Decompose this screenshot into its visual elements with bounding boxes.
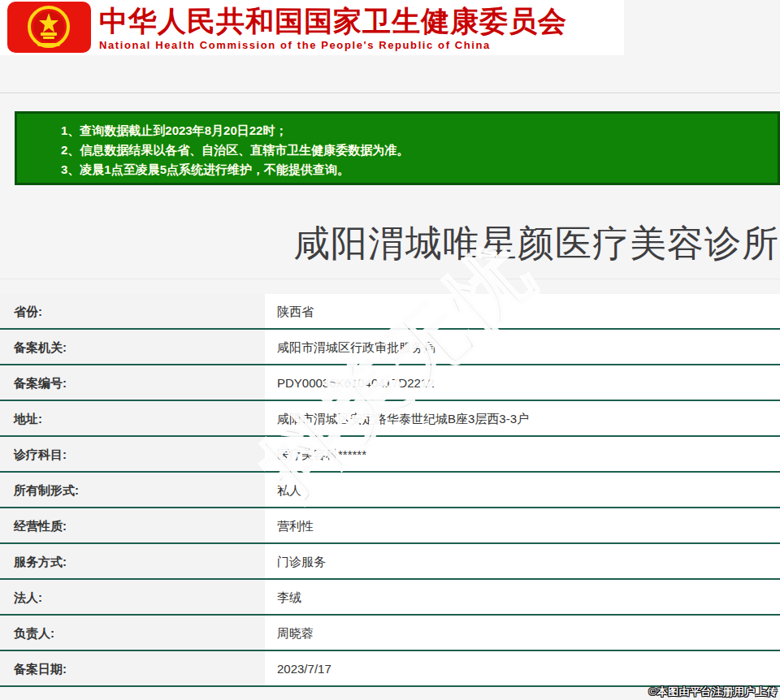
section-divider — [0, 279, 780, 279]
table-row-business-nature: 经营性质: 营利性 — [0, 508, 780, 544]
table-row-filing-date: 备案日期: 2023/7/17 — [0, 651, 780, 687]
table-row-legal-person: 法人: 李绒 — [0, 580, 780, 616]
field-value: 李绒 — [265, 580, 780, 614]
field-label: 经营性质: — [0, 508, 265, 542]
clinic-name-title: 咸阳渭城唯星颜医疗美容诊所 — [292, 221, 780, 266]
record-table: 省份: 陕西省 备案机关: 咸阳市渭城区行政审批服务局 备案编号: PDY000… — [0, 294, 780, 700]
field-label: 法人: — [0, 580, 265, 614]
field-value: 营利性 — [265, 508, 780, 542]
table-row-ownership-form: 所有制形式: 私人 — [0, 473, 780, 508]
field-value: 2023/7/17 — [265, 651, 780, 685]
field-label: 负责人: — [0, 616, 265, 650]
field-value: 陕西省 — [265, 294, 780, 328]
table-row-address: 地址: 咸阳市渭城区安定路华泰世纪城B座3层西3-3户 — [0, 401, 780, 437]
field-label: 诊疗科目: — [0, 437, 265, 471]
field-value: 医疗美容科****** — [265, 437, 780, 471]
header-divider — [0, 93, 780, 94]
field-label: 地址: — [0, 401, 265, 435]
copyright-stamp: ©本图由平台注册用户上传 — [648, 685, 778, 699]
table-row-filing-number: 备案编号: PDY00036X61040417D2212 — [0, 365, 780, 401]
field-label: 备案日期: — [0, 651, 265, 685]
field-label: 所有制形式: — [0, 473, 265, 507]
field-label: 备案机关: — [0, 330, 265, 364]
field-label: 省份: — [0, 294, 265, 328]
table-row-province: 省份: 陕西省 — [0, 294, 780, 330]
field-value: PDY00036X61040417D2212 — [265, 365, 780, 400]
table-row-treatment-subjects: 诊疗科目: 医疗美容科****** — [0, 437, 780, 473]
field-value: 门诊服务 — [265, 544, 780, 578]
header-titles: 中华人民共和国国家卫生健康委员会 National Health Commiss… — [99, 4, 619, 52]
notice-item: 2、信息数据结果以各省、自治区、直辖市卫生健康委数据为准。 — [61, 140, 769, 160]
notice-item: 3、凌晨1点至凌晨5点系统进行维护，不能提供查询。 — [61, 160, 769, 179]
field-label: 备案编号: — [0, 365, 265, 400]
table-row-filing-authority: 备案机关: 咸阳市渭城区行政审批服务局 — [0, 330, 780, 365]
national-emblem-icon — [7, 2, 91, 53]
field-label: 服务方式: — [0, 544, 265, 578]
site-title-english: National Health Commission of the People… — [99, 39, 619, 52]
notice-item: 1、查询数据截止到2023年8月20日22时； — [61, 121, 769, 140]
field-value: 周晓蓉 — [265, 616, 780, 650]
table-row-service-mode: 服务方式: 门诊服务 — [0, 544, 780, 580]
field-value: 咸阳市渭城区行政审批服务局 — [265, 330, 780, 364]
site-title-chinese: 中华人民共和国国家卫生健康委员会 — [99, 4, 619, 38]
field-value: 私人 — [265, 473, 780, 507]
notice-box: 1、查询数据截止到2023年8月20日22时； 2、信息数据结果以各省、自治区、… — [15, 111, 780, 185]
site-header: 中华人民共和国国家卫生健康委员会 National Health Commiss… — [0, 0, 624, 55]
field-value: 咸阳市渭城区安定路华泰世纪城B座3层西3-3户 — [265, 401, 780, 435]
table-row-person-in-charge: 负责人: 周晓蓉 — [0, 616, 780, 651]
